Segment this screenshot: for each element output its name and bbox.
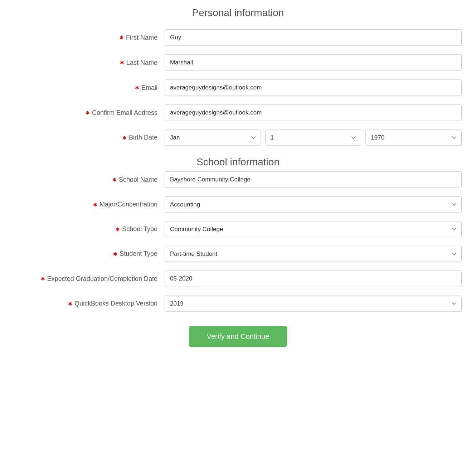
- qb-version-required: ✱: [68, 301, 72, 307]
- major-row: ✱ Major/Concentration Accounting Busines…: [14, 196, 462, 213]
- school-name-required: ✱: [112, 177, 117, 182]
- student-type-row: ✱ Student Type Part-time Student Full-ti…: [14, 246, 462, 262]
- school-type-label: School Type: [122, 225, 157, 233]
- verify-continue-button[interactable]: Verify and Continue: [189, 326, 287, 347]
- major-input-container: Accounting Business Finance: [165, 196, 462, 213]
- birth-date-selects: Jan Feb Mar Apr May Jun Jul Aug Sep Oct …: [165, 130, 462, 146]
- graduation-date-input[interactable]: [165, 270, 462, 287]
- major-label-container: ✱ Major/Concentration: [14, 201, 165, 208]
- email-required: ✱: [135, 85, 139, 91]
- birth-date-input-container: Jan Feb Mar Apr May Jun Jul Aug Sep Oct …: [165, 130, 462, 146]
- confirm-email-label: Confirm Email Address: [92, 109, 157, 117]
- major-required: ✱: [93, 202, 97, 208]
- major-label: Major/Concentration: [99, 201, 157, 208]
- last-name-row: ✱ Last Name: [14, 54, 462, 71]
- school-type-select[interactable]: Community College University Trade Schoo…: [165, 221, 462, 237]
- email-label-container: ✱ Email: [14, 84, 165, 92]
- school-type-required: ✱: [116, 226, 120, 232]
- last-name-input[interactable]: [165, 54, 462, 71]
- first-name-label-container: ✱ First Name: [14, 34, 165, 42]
- student-type-required: ✱: [113, 251, 117, 257]
- graduation-date-input-container: [165, 270, 462, 287]
- birth-year-select[interactable]: 1970 1971 1972: [365, 130, 462, 146]
- qb-version-input-container: 2019 2018 2020: [165, 296, 462, 312]
- email-input[interactable]: [165, 79, 462, 96]
- email-row: ✱ Email: [14, 79, 462, 96]
- school-name-input-container: [165, 171, 462, 188]
- graduation-date-row: ✱ Expected Graduation/Completion Date: [14, 270, 462, 287]
- first-name-label: First Name: [126, 34, 157, 42]
- school-type-input-container: Community College University Trade Schoo…: [165, 221, 462, 237]
- student-type-label: Student Type: [120, 250, 157, 258]
- confirm-email-input[interactable]: [165, 104, 462, 121]
- birth-date-label: Birth Date: [129, 134, 157, 141]
- student-type-select[interactable]: Part-time Student Full-time Student: [165, 246, 462, 262]
- confirm-email-label-container: ✱ Confirm Email Address: [14, 109, 165, 117]
- first-name-input[interactable]: [165, 29, 462, 46]
- graduation-date-label-container: ✱ Expected Graduation/Completion Date: [14, 275, 165, 283]
- school-info-section: ✱ School Name ✱ Major/Concentration Acco…: [14, 171, 462, 312]
- student-type-label-container: ✱ Student Type: [14, 250, 165, 258]
- last-name-input-container: [165, 54, 462, 71]
- birth-day-select[interactable]: 1 2 3 4 5: [265, 130, 361, 146]
- confirm-email-required: ✱: [86, 110, 90, 116]
- school-type-row: ✱ School Type Community College Universi…: [14, 221, 462, 237]
- birth-date-row: ✱ Birth Date Jan Feb Mar Apr May Jun Jul…: [14, 130, 462, 146]
- qb-version-row: ✱ QuickBooks Desktop Version 2019 2018 2…: [14, 296, 462, 312]
- qb-version-label-container: ✱ QuickBooks Desktop Version: [14, 300, 165, 307]
- last-name-label-container: ✱ Last Name: [14, 59, 165, 67]
- personal-section-title: Personal information: [14, 7, 462, 19]
- page-container: Personal information ✱ First Name ✱ Last…: [0, 0, 476, 369]
- school-name-input[interactable]: [165, 171, 462, 188]
- birth-date-label-container: ✱ Birth Date: [14, 134, 165, 141]
- birth-date-required: ✱: [122, 135, 127, 141]
- email-label: Email: [141, 84, 157, 92]
- graduation-date-required: ✱: [41, 276, 45, 282]
- major-select[interactable]: Accounting Business Finance: [165, 196, 462, 213]
- last-name-required: ✱: [120, 60, 124, 65]
- student-type-input-container: Part-time Student Full-time Student: [165, 246, 462, 262]
- confirm-email-row: ✱ Confirm Email Address: [14, 104, 462, 121]
- confirm-email-input-container: [165, 104, 462, 121]
- qb-version-select[interactable]: 2019 2018 2020: [165, 296, 462, 312]
- birth-month-select[interactable]: Jan Feb Mar Apr May Jun Jul Aug Sep Oct …: [165, 130, 261, 146]
- graduation-date-label: Expected Graduation/Completion Date: [47, 275, 157, 283]
- school-name-label-container: ✱ School Name: [14, 176, 165, 184]
- qb-version-label: QuickBooks Desktop Version: [74, 300, 157, 307]
- personal-info-section: ✱ First Name ✱ Last Name ✱ Email: [14, 29, 462, 146]
- first-name-row: ✱ First Name: [14, 29, 462, 46]
- last-name-label: Last Name: [126, 59, 157, 67]
- school-section-title: School information: [14, 156, 462, 168]
- school-name-label: School Name: [119, 176, 157, 184]
- first-name-input-container: [165, 29, 462, 46]
- first-name-required: ✱: [120, 35, 124, 40]
- school-name-row: ✱ School Name: [14, 171, 462, 188]
- email-input-container: [165, 79, 462, 96]
- school-type-label-container: ✱ School Type: [14, 225, 165, 233]
